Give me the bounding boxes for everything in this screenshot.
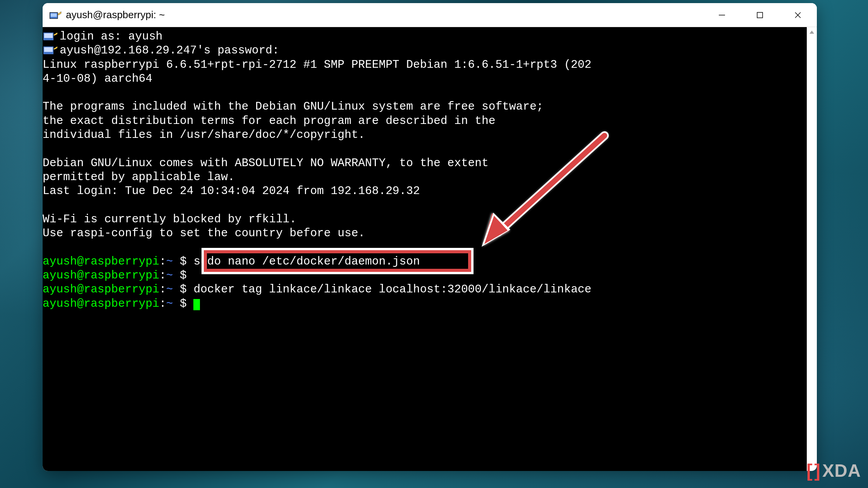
wifi-line: Use raspi-config to set the country befo…: [43, 226, 807, 240]
terminal-content[interactable]: login as: ayushayush@192.168.29.247's pa…: [43, 27, 807, 471]
debian-msg-line: The programs included with the Debian GN…: [43, 100, 807, 113]
xda-watermark: [ ] XDA: [806, 460, 861, 481]
prompt-separator: :: [159, 255, 166, 268]
close-button[interactable]: [779, 3, 817, 27]
window-title: ayush@raspberrypi: ~: [66, 9, 703, 21]
terminal-area[interactable]: login as: ayushayush@192.168.29.247's pa…: [43, 27, 817, 471]
warranty-line: permitted by applicable law.: [43, 170, 807, 184]
debian-msg-line: the exact distribution terms for each pr…: [43, 114, 807, 128]
prompt-user-host: ayush@raspberrypi: [43, 269, 159, 282]
window-controls: [703, 3, 817, 27]
terminal-prompt-icon: [43, 45, 58, 56]
svg-rect-1: [51, 13, 57, 17]
svg-marker-16: [809, 31, 814, 34]
putty-window: ayush@raspberrypi: ~ login as: ayushayus…: [43, 3, 817, 471]
prompt-user-host: ayush@raspberrypi: [43, 283, 159, 296]
prompt-user-host: ayush@raspberrypi: [43, 297, 159, 310]
watermark-text: XDA: [822, 460, 861, 481]
prompt-separator: :: [159, 269, 166, 282]
svg-rect-9: [44, 47, 53, 52]
scroll-up-arrow-icon[interactable]: [807, 27, 817, 37]
prompt-dollar: $: [173, 255, 193, 268]
prompt-path: ~: [166, 269, 173, 282]
bracket-left-icon: [: [806, 460, 813, 481]
command-line-current: ayush@raspberrypi:~ $: [43, 297, 807, 311]
prompt-dollar: $: [173, 269, 193, 282]
banner-line: Linux raspberrypi 6.6.51+rpt-rpi-2712 #1…: [43, 58, 807, 72]
terminal-cursor: [193, 299, 200, 310]
prompt-separator: :: [159, 283, 166, 296]
putty-icon: [48, 8, 62, 22]
password-prompt-text: ayush@192.168.29.247's password:: [60, 44, 279, 57]
command-text: docker tag linkace/linkace localhost:320…: [193, 283, 591, 296]
last-login-line: Last login: Tue Dec 24 10:34:04 2024 fro…: [43, 184, 807, 198]
prompt-path: ~: [166, 255, 173, 268]
blank-line: [43, 86, 807, 100]
terminal-scrollbar[interactable]: [807, 27, 817, 471]
annotation-highlight-box: [204, 250, 471, 272]
prompt-dollar: $: [173, 283, 193, 296]
warranty-line: Debian GNU/Linux comes with ABSOLUTELY N…: [43, 156, 807, 170]
terminal-prompt-icon: [43, 31, 58, 42]
prompt-separator: :: [159, 297, 166, 310]
svg-rect-3: [757, 12, 763, 18]
prompt-path: ~: [166, 297, 173, 310]
wifi-line: Wi-Fi is currently blocked by rfkill.: [43, 212, 807, 226]
prompt-dollar: $: [173, 297, 193, 310]
bracket-right-icon: ]: [815, 460, 821, 481]
command-line-3: ayush@raspberrypi:~ $ docker tag linkace…: [43, 282, 807, 296]
debian-msg-line: individual files in /usr/share/doc/*/cop…: [43, 128, 807, 142]
minimize-button[interactable]: [703, 3, 741, 27]
window-titlebar[interactable]: ayush@raspberrypi: ~: [43, 3, 817, 27]
prompt-user-host: ayush@raspberrypi: [43, 255, 159, 268]
blank-line: [43, 198, 807, 212]
blank-line: [43, 142, 807, 156]
banner-line: 4-10-08) aarch64: [43, 72, 807, 86]
prompt-path: ~: [166, 283, 173, 296]
svg-rect-7: [44, 33, 53, 38]
maximize-button[interactable]: [741, 3, 779, 27]
login-prompt-text: login as: ayush: [60, 30, 163, 43]
